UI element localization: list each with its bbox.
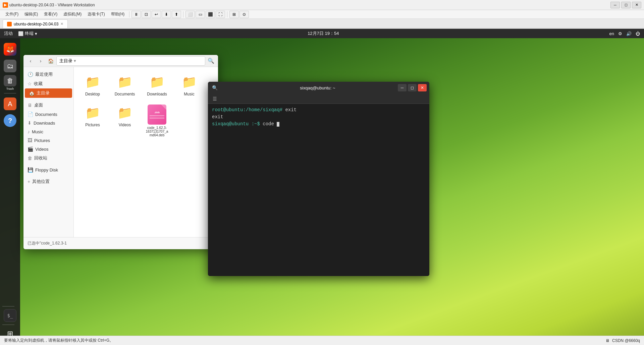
toolbar-separator (129, 11, 129, 17)
vmware-close-button[interactable]: ✕ (632, 2, 641, 8)
dock-item-firefox[interactable]: 🦊 (2, 42, 18, 57)
dock-item-trash[interactable]: 🗑 Trash (2, 75, 18, 90)
fm-sidebar-starred[interactable]: ☆ 收藏 (23, 79, 73, 88)
terminal-titlebar-left: 🔍 (211, 84, 237, 92)
fm-folder-music[interactable]: 📁 Music (176, 72, 203, 98)
fm-trash-label: 回收站 (34, 155, 47, 161)
fm-sidebar-recent[interactable]: 🕐 最近使用 (23, 70, 73, 79)
fm-sidebar-section-places: 🖥 桌面 📄 Documents ⬇ Downloads (23, 100, 73, 163)
files-icon: 🗂 (4, 60, 16, 72)
terminal-exit-cmd: exit (285, 107, 297, 113)
vmware-titlebar-left: ▶ ubuntu-desktop-20.04.03 - VMware Works… (0, 2, 95, 8)
fm-sidebar-home[interactable]: 🏠 主目录 (25, 88, 72, 98)
toolbar-btn9[interactable]: ⛶ (216, 11, 225, 18)
firefox-icon: 🦊 (4, 43, 16, 56)
fm-location-bar[interactable]: 主目录 ▾ (56, 56, 205, 66)
fm-sidebar-other[interactable]: + 其他位置 (23, 177, 73, 186)
terminal-maximize-button[interactable]: ◻ (408, 84, 417, 91)
vmware-restore-button[interactable]: ◻ (621, 2, 631, 8)
fm-home-button[interactable]: 🏠 (46, 57, 55, 65)
dock-item-terminal[interactable]: $_ (2, 308, 18, 323)
menu-tabs[interactable]: 选项卡(T) (85, 11, 107, 18)
menu-file[interactable]: 文件(F) (3, 11, 21, 18)
fm-search-button[interactable]: 🔍 (207, 57, 215, 65)
lang-indicator[interactable]: en (609, 31, 614, 36)
fm-music-label: Music (32, 129, 43, 134)
appstore-icon: A (4, 97, 16, 110)
fm-sidebar-desktop[interactable]: 🖥 桌面 (23, 100, 73, 110)
toolbar-pause-button[interactable]: ⏸ (131, 11, 141, 18)
toolbar-btn2[interactable]: ⊡ (142, 11, 151, 18)
toolbar-btn4[interactable]: ⬇ (162, 11, 171, 18)
fm-sidebar-music[interactable]: ♪ Music (23, 127, 73, 136)
fm-folder-desktop[interactable]: 📁 Desktop (79, 72, 106, 98)
terminal-content[interactable]: root@ubuntu:/home/sixqaq# exit exit sixq… (208, 104, 429, 276)
menu-help[interactable]: 帮助(H) (108, 11, 127, 18)
menu-edit[interactable]: 编辑(E) (22, 11, 41, 18)
fm-downloads-label: Downloads (34, 121, 55, 126)
vmware-minimize-button[interactable]: ─ (610, 2, 620, 8)
fm-sidebar-trash[interactable]: 🗑 回收站 (23, 153, 73, 163)
trash-icon: 🗑 (4, 75, 16, 86)
terminal-line-1: root@ubuntu:/home/sixqaq# exit (212, 107, 425, 114)
ubuntu-terminal-indicator[interactable]: ⬜ 终端 ▾ (18, 30, 37, 37)
terminal-minimize-button[interactable]: ─ (398, 84, 407, 91)
fm-sidebar-downloads[interactable]: ⬇ Downloads (23, 119, 73, 127)
toolbar-btn5[interactable]: ⬆ (172, 11, 181, 18)
fm-statusbar: 已选中"code_1.62.3-1 (23, 237, 218, 249)
status-right-text: CSDN @6660q (612, 338, 640, 343)
vmware-statusbar: 要将输入定向到虚拟机，请将鼠标指针移入其中或按 Ctrl+G。 🖥 CSDN @… (0, 336, 644, 345)
toolbar-btn8[interactable]: ⬛ (206, 11, 215, 18)
terminal-root-prompt: root@ubuntu:/home/sixqaq# (212, 107, 282, 113)
toolbar-btn11[interactable]: ⊙ (239, 11, 249, 18)
menu-vm[interactable]: 虚拟机(M) (61, 11, 84, 18)
toolbar-btn6[interactable]: ⬜ (185, 11, 195, 18)
terminal-icon: ⬜ (18, 31, 23, 36)
trash-label: Trash (6, 87, 14, 90)
fm-sidebar-pictures[interactable]: 🖼 Pictures (23, 136, 73, 145)
fm-location-text: 主目录 (59, 58, 72, 64)
vm-tab-close-button[interactable]: ✕ (60, 22, 63, 26)
fm-folder-videos[interactable]: 📁 Videos (111, 103, 138, 138)
recent-icon: 🕐 (28, 72, 33, 77)
dock-item-help[interactable]: ? (2, 113, 18, 128)
dock-item-appstore[interactable]: A (2, 96, 18, 112)
terminal-line-2: exit (212, 114, 425, 121)
toolbar-btn7[interactable]: ▭ (196, 11, 205, 18)
fm-sidebar-floppy[interactable]: 💾 Floppy Disk (23, 165, 73, 174)
toolbar-btn10[interactable]: ⊞ (229, 11, 239, 18)
fm-sidebar-documents[interactable]: 📄 Documents (23, 110, 73, 119)
ubuntu-activities-button[interactable]: 活动 (4, 30, 13, 37)
fm-forward-button[interactable]: › (36, 57, 45, 65)
file-manager-window: ‹ › 🏠 主目录 ▾ 🔍 🕐 (23, 55, 218, 249)
fm-file-deb[interactable]: .deb code_1.62.3-1637131707_amd64.deb (144, 103, 170, 138)
fm-folder-pictures[interactable]: 📁 Pictures (79, 103, 106, 138)
fm-folder-pictures-label: Pictures (85, 123, 100, 127)
vm-desktop: 🦊 🗂 🗑 Trash A ? (0, 38, 644, 345)
terminal-close-button[interactable]: ✕ (418, 84, 427, 91)
toolbar-btn3[interactable]: ↩ (152, 11, 161, 18)
downloads-icon: ⬇ (28, 120, 32, 126)
fm-sidebar-section-recent: 🕐 最近使用 ☆ 收藏 🏠 主目录 (23, 70, 73, 98)
ubuntu-topbar-datetime[interactable]: 12月7日 19：54 (308, 30, 339, 37)
terminal-titlebar: 🔍 sixqaq@ubuntu: ~ ─ ◻ ✕ (208, 82, 429, 94)
folder-videos-icon: 📁 (115, 105, 134, 121)
fm-desktop-label: 桌面 (34, 102, 43, 108)
dock-separator3 (2, 325, 14, 325)
terminal-window: 🔍 sixqaq@ubuntu: ~ ─ ◻ ✕ ☰ root (208, 82, 429, 276)
fm-back-button[interactable]: ‹ (26, 57, 35, 65)
fm-status-text: 已选中"code_1.62.3-1 (28, 240, 67, 246)
vm-tab[interactable]: ubuntu-desktop-20.04.03 ✕ (3, 19, 68, 28)
fm-body: 🕐 最近使用 ☆ 收藏 🏠 主目录 (23, 67, 218, 237)
terminal-search-button[interactable]: 🔍 (211, 84, 219, 92)
terminal-toolbar: ☰ (208, 94, 429, 104)
menu-view[interactable]: 查看(V) (41, 11, 60, 18)
terminal-hamburger-button[interactable]: ☰ (211, 95, 219, 103)
fm-folder-documents[interactable]: 📁 Documents (111, 72, 138, 98)
dock-item-files[interactable]: 🗂 (2, 58, 18, 74)
vmware-menubar: 文件(F) 编辑(E) 查看(V) 虚拟机(M) 选项卡(T) 帮助(H) ⏸ … (0, 10, 644, 19)
dock-separator2 (2, 306, 14, 306)
fm-folder-downloads[interactable]: 📁 Downloads (144, 72, 170, 98)
fm-videos-label: Videos (35, 147, 49, 152)
fm-sidebar-videos[interactable]: 🎬 Videos (23, 145, 73, 153)
